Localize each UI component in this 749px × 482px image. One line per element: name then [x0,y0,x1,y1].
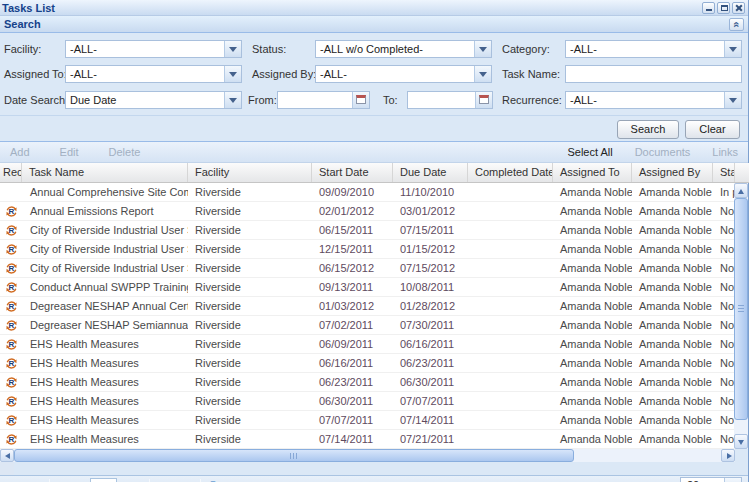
recurrence-select[interactable]: -ALL- [565,91,742,109]
chevron-down-icon [729,47,737,52]
links-button[interactable]: Links [712,146,738,158]
scroll-down-button[interactable] [734,434,748,449]
cell-facility: Riverside [188,278,312,296]
collapse-search-button[interactable]: « [729,18,744,31]
cell-task-name: Annual Comprehensive Site Complia... [22,183,188,201]
table-row[interactable]: R Degreaser NESHAP Annual Certificat... … [0,297,735,316]
first-page-button[interactable] [6,478,22,482]
column-header-task-name[interactable]: Task Name [22,163,188,182]
page-number-input[interactable] [90,478,117,482]
rows-on-page-trigger[interactable] [724,478,741,482]
column-header-facility[interactable]: Facility [188,163,312,182]
cell-status: Not S [713,259,735,277]
recurrence-icon: R [5,414,18,427]
table-row[interactable]: R EHS Health Measures Riverside 07/14/20… [0,430,735,449]
to-date-trigger[interactable] [475,92,492,108]
next-page-button[interactable] [157,478,173,482]
facility-select[interactable]: -ALL- [65,40,242,58]
cell-assigned-to: Amanda Noble [553,202,632,220]
column-header-completed-date[interactable]: Completed Date [468,163,553,182]
cell-start-date: 09/13/2011 [312,278,393,296]
date-search-select-trigger[interactable] [224,92,241,108]
table-row[interactable]: R EHS Health Measures Riverside 06/30/20… [0,392,735,411]
separator [200,479,201,482]
column-header-rec[interactable]: Rec [0,163,22,182]
cell-assigned-by: Amanda Noble [632,278,713,296]
category-select-trigger[interactable] [724,41,741,57]
cell-status: Not S [713,335,735,353]
from-label: From: [248,91,277,109]
close-button[interactable] [732,2,745,14]
from-date-input[interactable] [278,92,352,108]
cell-start-date: 07/07/2011 [312,411,393,429]
cell-start-date: 06/15/2012 [312,259,393,277]
scroll-right-button[interactable] [721,449,735,462]
task-name-input[interactable] [566,66,741,82]
table-row[interactable]: R City of Riverside Industrial User Semi… [0,240,735,259]
table-row[interactable]: R Annual Comprehensive Site Complia... R… [0,183,735,202]
status-select-trigger[interactable] [474,41,491,57]
chevron-down-icon [229,47,237,52]
maximize-button[interactable] [717,2,730,14]
assigned-to-select[interactable]: -ALL- [65,65,242,83]
category-select[interactable]: -ALL- [565,40,742,58]
svg-text:R: R [8,359,14,368]
window-title: Tasks List [0,2,55,14]
prev-page-button[interactable] [26,478,42,482]
table-row[interactable]: R EHS Health Measures Riverside 06/23/20… [0,373,735,392]
assigned-by-select-trigger[interactable] [474,66,491,82]
column-header-start-date[interactable]: Start Date [312,163,393,182]
edit-button[interactable]: Edit [60,146,79,158]
cell-start-date: 09/09/2010 [312,183,393,201]
rows-on-page-select[interactable]: 20 [680,477,742,482]
documents-button[interactable]: Documents [635,146,691,158]
column-header-assigned-to[interactable]: Assigned To [553,163,632,182]
date-search-select[interactable]: Due Date [65,91,242,109]
facility-select-trigger[interactable] [224,41,241,57]
table-row[interactable]: R Conduct Annual SWPPP Training Riversid… [0,278,735,297]
cell-assigned-to: Amanda Noble [553,240,632,258]
table-row[interactable]: R EHS Health Measures Riverside 06/09/20… [0,335,735,354]
column-header-assigned-by[interactable]: Assigned By [632,163,713,182]
search-button[interactable]: Search [617,120,679,139]
separator [49,479,50,482]
to-date-input[interactable] [408,92,475,108]
table-row[interactable]: R City of Riverside Industrial User Semi… [0,259,735,278]
add-button[interactable]: Add [10,146,30,158]
cell-assigned-to: Amanda Noble [553,221,632,239]
refresh-button[interactable]: ↻ [210,478,222,482]
calendar-icon [479,95,489,104]
delete-button[interactable]: Delete [109,146,141,158]
table-row[interactable]: R City of Riverside Industrial User Semi… [0,221,735,240]
to-date-field [407,91,493,109]
column-header-status[interactable]: Status [713,163,735,182]
horizontal-scrollbar[interactable] [0,449,735,462]
table-row[interactable]: R EHS Health Measures Riverside 06/16/20… [0,354,735,373]
table-row[interactable]: R Annual Emissions Report Riverside 02/0… [0,202,735,221]
svg-text:R: R [8,283,14,292]
from-date-trigger[interactable] [352,92,369,108]
cell-start-date: 06/16/2011 [312,354,393,372]
scroll-up-icon [738,189,744,194]
scroll-left-button[interactable] [0,449,14,462]
column-header-due-date[interactable]: Due Date [393,163,468,182]
minimize-button[interactable] [702,2,715,14]
status-select[interactable]: -ALL w/o Completed- [315,40,492,58]
clear-button[interactable]: Clear [685,120,740,139]
table-row[interactable]: R EHS Health Measures Riverside 07/07/20… [0,411,735,430]
table-row[interactable]: R Degreaser NESHAP Semiannual Exc... Riv… [0,316,735,335]
cell-completed-date [468,335,553,353]
vertical-scrollbar-thumb[interactable] [734,198,748,420]
assigned-by-select[interactable]: -ALL- [315,65,492,83]
cell-status: Not S [713,240,735,258]
last-page-button[interactable] [177,478,193,482]
recurrence-select-trigger[interactable] [724,92,741,108]
scroll-up-button[interactable] [734,183,748,198]
horizontal-scrollbar-thumb[interactable] [14,449,574,462]
vertical-scrollbar[interactable] [734,183,748,449]
cell-task-name: Annual Emissions Report [22,202,188,220]
scroll-down-icon [738,440,744,445]
cell-task-name: EHS Health Measures [22,354,188,372]
select-all-button[interactable]: Select All [567,146,612,158]
assigned-to-select-trigger[interactable] [224,66,241,82]
